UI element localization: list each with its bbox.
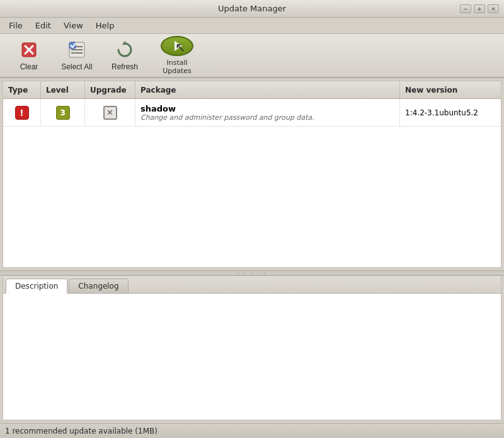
close-button[interactable]: × xyxy=(488,4,499,13)
clear-label: Clear xyxy=(20,62,38,71)
col-package[interactable]: Package xyxy=(135,81,400,98)
level-cell: 3 xyxy=(41,99,85,126)
clear-icon xyxy=(19,40,39,60)
col-level[interactable]: Level xyxy=(41,81,85,98)
package-desc: Change and administer password and group… xyxy=(140,113,314,122)
status-text: 1 recommended update available (1MB) xyxy=(5,427,158,435)
install-icon: ↖ xyxy=(161,36,193,56)
status-bar: 1 recommended update available (1MB) xyxy=(0,423,504,438)
tab-changelog[interactable]: Changelog xyxy=(69,279,128,293)
install-updates-button[interactable]: ↖ Install Updates xyxy=(149,36,205,75)
refresh-button[interactable]: Refresh xyxy=(101,36,149,75)
toolbar: Clear Select All Refresh xyxy=(0,34,504,78)
select-all-label: Select All xyxy=(61,62,92,71)
title-bar: Update Manager − + × xyxy=(0,0,504,18)
version-value: 1:4.2-3.1ubuntu5.2 xyxy=(405,108,478,117)
col-type[interactable]: Type xyxy=(3,81,41,98)
table-row[interactable]: ! 3 ✕ shadow Change and administer passw… xyxy=(3,99,501,127)
cursor-icon: ↖ xyxy=(175,40,186,55)
refresh-icon xyxy=(115,40,135,60)
menu-bar: File Edit View Help xyxy=(0,18,504,34)
upgrade-checkbox[interactable]: ✕ xyxy=(103,106,117,120)
tab-description[interactable]: Description xyxy=(6,279,67,294)
menu-file[interactable]: File xyxy=(3,19,29,32)
window-controls: − + × xyxy=(460,4,499,13)
version-cell: 1:4.2-3.1ubuntu5.2 xyxy=(400,99,501,126)
resize-handle[interactable]: · · · · · xyxy=(0,270,504,275)
description-content xyxy=(3,294,501,420)
clear-button[interactable]: Clear xyxy=(5,36,53,75)
table-area: Type Level Upgrade Package New version !… xyxy=(3,81,501,268)
description-panel: Description Changelog xyxy=(3,275,501,420)
table-header: Type Level Upgrade Package New version xyxy=(3,81,501,99)
upgrade-cell: ✕ xyxy=(85,99,135,126)
install-label: Install Updates xyxy=(151,59,203,75)
maximize-button[interactable]: + xyxy=(474,4,485,13)
level-badge: 3 xyxy=(56,106,70,120)
select-all-icon xyxy=(67,40,87,60)
col-version[interactable]: New version xyxy=(400,81,501,98)
table-body: ! 3 ✕ shadow Change and administer passw… xyxy=(3,99,501,267)
package-name: shadow xyxy=(140,104,176,113)
package-cell: shadow Change and administer password an… xyxy=(135,99,400,126)
app-title: Update Manager xyxy=(218,4,286,13)
menu-view[interactable]: View xyxy=(57,19,89,32)
type-cell: ! xyxy=(3,99,41,126)
menu-help[interactable]: Help xyxy=(89,19,121,32)
select-all-button[interactable]: Select All xyxy=(53,36,101,75)
minimize-button[interactable]: − xyxy=(460,4,471,13)
col-upgrade[interactable]: Upgrade xyxy=(85,81,135,98)
menu-edit[interactable]: Edit xyxy=(29,19,57,32)
type-icon: ! xyxy=(15,106,29,120)
refresh-label: Refresh xyxy=(112,62,138,71)
description-tabs: Description Changelog xyxy=(3,276,501,294)
